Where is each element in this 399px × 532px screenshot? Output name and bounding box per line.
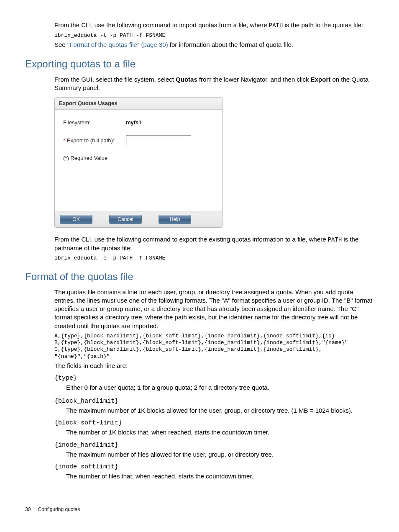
def-type: Either 0 for a user quota; 1 for a group…	[66, 383, 374, 393]
page-number: 30	[25, 506, 31, 512]
exporting-cli-paragraph: From the CLI, use the following command …	[54, 235, 374, 252]
text: Export to (full path):	[67, 137, 114, 144]
value-filesystem: myfs1	[126, 119, 142, 126]
heading-exporting-quotas: Exporting quotas to a file	[25, 57, 374, 71]
help-button[interactable]: Help	[159, 215, 191, 224]
term-inode-softlimit: {inode_softlimit}	[54, 463, 374, 471]
intro-paragraph: From the CLI, use the following command …	[54, 21, 374, 30]
text: From the CLI, use the following command …	[54, 21, 269, 28]
term-block-softlimit: {block_soft-limit}	[54, 419, 374, 427]
page-footer: 30 Configuring quotas	[25, 506, 374, 513]
cancel-button[interactable]: Cancel	[109, 215, 142, 224]
exporting-gui-paragraph: From the GUI, select the file system, se…	[54, 75, 374, 93]
text: for a user quota;	[88, 384, 137, 391]
row-filesystem: Filesystem: myfs1	[63, 119, 214, 126]
ok-button[interactable]: OK	[60, 215, 92, 224]
export-quotas-dialog: Export Quotas Usages Filesystem: myfs1 *…	[54, 97, 223, 228]
input-export-path[interactable]	[126, 135, 191, 145]
link-format-quotas-file[interactable]: "Format of the quotas file" (page 30)	[67, 41, 168, 48]
dialog-title: Export Quotas Usages	[55, 98, 222, 110]
def-block-softlimit: The number of 1K blocks that, when reach…	[66, 428, 374, 437]
required-value-note: (*) Required Value	[63, 154, 214, 162]
text: for a group quota; 2 for a directory tre…	[141, 384, 269, 391]
literal-one: 1	[137, 385, 141, 392]
row-export-path: *Export to (full path):	[63, 135, 214, 145]
text: from the lower Navigator, and then click	[197, 76, 311, 83]
bold-export: Export	[311, 76, 331, 83]
term-block-hardlimit: {block_hardlimit}	[54, 397, 374, 406]
text: From the GUI, select the file system, se…	[54, 76, 176, 83]
def-block-hardlimit: The maximum number of 1K blocks allowed …	[66, 406, 374, 415]
path-placeholder: PATH	[328, 236, 342, 243]
path-placeholder: PATH	[269, 22, 283, 29]
text: Either	[66, 384, 84, 391]
format-code-block: A,{type},{block_hardlimit},{block_soft-l…	[54, 333, 374, 360]
fields-intro: The fields in each line are:	[54, 362, 374, 370]
text: See	[54, 41, 67, 48]
term-inode-hardlimit: {inode_hardlimit}	[54, 441, 374, 450]
text: is the path to the quotas file:	[283, 21, 363, 28]
format-intro-paragraph: The quotas file contains a line for each…	[54, 288, 374, 330]
def-inode-hardlimit: The maximum number of files allowed for …	[66, 450, 374, 459]
label-filesystem: Filesystem:	[63, 119, 126, 126]
label-export-path: *Export to (full path):	[63, 137, 126, 144]
required-star-icon: *	[63, 137, 65, 144]
text: From the CLI, use the following command …	[54, 236, 328, 243]
text: for information about the format of quot…	[168, 41, 293, 48]
bold-quotas: Quotas	[176, 76, 197, 83]
chapter-name: Configuring quotas	[38, 506, 80, 512]
cli-command-import: ibrix_edquota -t -p PATH -f FSNAME	[54, 32, 374, 39]
def-inode-softlimit: The number of files that, when reached, …	[66, 472, 374, 481]
heading-format-quotas-file: Format of the quotas file	[25, 270, 374, 283]
see-paragraph: See "Format of the quotas file" (page 30…	[54, 41, 374, 49]
dialog-button-bar: OK Cancel Help	[55, 211, 222, 227]
cli-command-export: ibrix_edquota -e -p PATH -f FSNAME	[54, 255, 374, 262]
term-type: {type}	[54, 374, 374, 383]
